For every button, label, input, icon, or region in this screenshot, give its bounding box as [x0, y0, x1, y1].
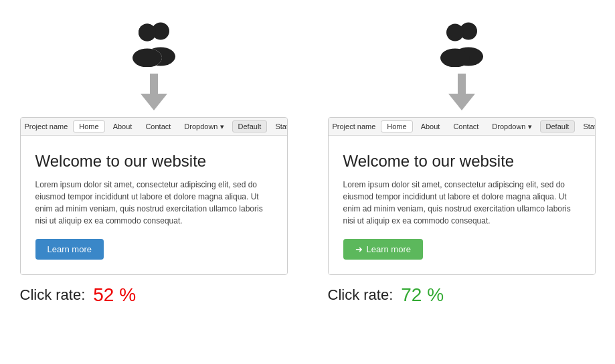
- browser-content-a: Welcome to our website Lorem ipsum dolor…: [21, 136, 287, 274]
- click-rate-label-b: Click rate:: [328, 286, 393, 304]
- users-icon-a: [124, 20, 184, 67]
- content-body-b: Lorem ipsum dolor sit amet, consectetur …: [343, 179, 580, 227]
- arrow-down-a: [141, 74, 167, 110]
- svg-point-11: [440, 49, 470, 68]
- nav-dropdown-a[interactable]: Dropdown ▾: [179, 121, 229, 132]
- browser-nav-a: Project name Home About Contact Dropdown…: [21, 118, 287, 136]
- click-rate-label-a: Click rate:: [20, 286, 86, 304]
- click-rate-value-a: 52 %: [93, 284, 136, 306]
- browser-nav-b: Project name Home About Contact Dropdown…: [329, 118, 595, 136]
- svg-marker-13: [448, 94, 475, 110]
- nav-about-a[interactable]: About: [108, 121, 138, 132]
- nav-default-b[interactable]: Default: [540, 120, 576, 132]
- nav-about-b[interactable]: About: [416, 121, 446, 132]
- click-rate-a: Click rate: 52 %: [0, 275, 308, 315]
- variant-a: Project name Home About Contact Dropdown…: [0, 13, 308, 315]
- content-title-a: Welcome to our website: [35, 152, 272, 171]
- nav-home-a[interactable]: Home: [73, 120, 104, 132]
- nav-contact-a[interactable]: Contact: [140, 121, 176, 132]
- nav-contact-b[interactable]: Contact: [448, 121, 484, 132]
- svg-point-5: [133, 49, 162, 68]
- click-rate-b: Click rate: 72 %: [308, 275, 616, 315]
- users-icon-b: [432, 20, 492, 67]
- nav-home-b[interactable]: Home: [381, 120, 412, 132]
- svg-point-10: [446, 24, 464, 41]
- learn-more-label-b: Learn more: [367, 244, 411, 254]
- content-title-b: Welcome to our website: [343, 152, 580, 171]
- nav-static-a[interactable]: Static top: [270, 121, 287, 132]
- comparisons-container: Project name Home About Contact Dropdown…: [0, 13, 615, 315]
- variant-b: Project name Home About Contact Dropdown…: [308, 13, 616, 315]
- browser-content-b: Welcome to our website Lorem ipsum dolor…: [329, 136, 595, 274]
- arrow-down-b: [448, 74, 475, 110]
- nav-dropdown-b[interactable]: Dropdown ▾: [487, 121, 537, 132]
- browser-mockup-b: Project name Home About Contact Dropdown…: [328, 117, 596, 275]
- arrow-right-icon: ➜: [355, 244, 363, 254]
- browser-mockup-a: Project name Home About Contact Dropdown…: [20, 117, 288, 275]
- nav-default-a[interactable]: Default: [232, 120, 268, 132]
- learn-more-button-b[interactable]: ➜ Learn more: [343, 239, 423, 260]
- svg-marker-7: [141, 94, 167, 110]
- click-rate-value-b: 72 %: [401, 284, 444, 306]
- nav-static-b[interactable]: Static top: [578, 121, 595, 132]
- svg-rect-6: [150, 74, 158, 95]
- svg-point-4: [139, 24, 156, 41]
- content-body-a: Lorem ipsum dolor sit amet, consectetur …: [35, 179, 272, 227]
- svg-rect-12: [458, 74, 466, 95]
- nav-brand-a: Project name: [25, 122, 68, 130]
- learn-more-button-a[interactable]: Learn more: [35, 239, 104, 260]
- nav-brand-b: Project name: [333, 122, 376, 130]
